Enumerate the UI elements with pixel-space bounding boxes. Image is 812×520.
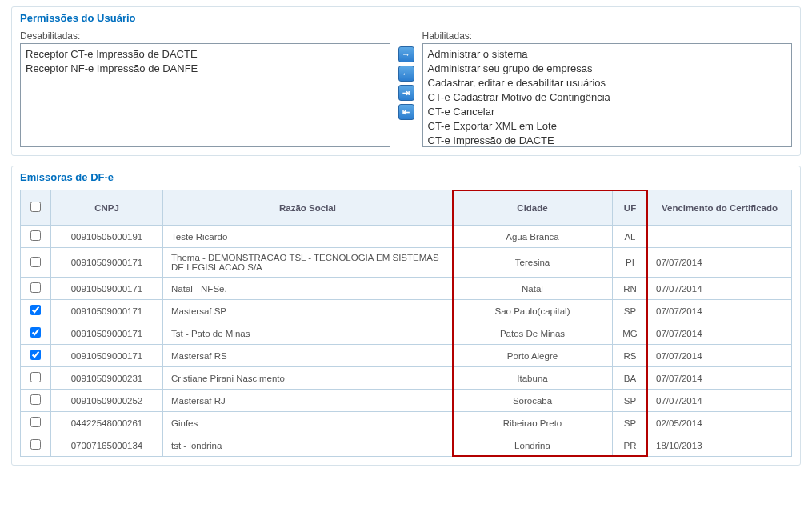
cell-razao: Mastersaf RS [163,345,453,367]
select-all-checkbox[interactable] [30,202,41,212]
cell-uf: SP [613,412,648,434]
cell-venc: 07/07/2014 [648,322,792,345]
permissions-title: Permissões do Usuário [20,12,792,24]
cell-cnpj: 00910509000171 [51,248,163,278]
disabled-list-item[interactable]: Receptor CT-e Impressão de DACTE [26,47,385,62]
header-cnpj: CNPJ [51,190,163,226]
enabled-list-item[interactable]: Administrar o sistema [428,47,787,62]
enabled-list-item[interactable]: Cadastrar, editar e desabilitar usuários [428,76,787,90]
cell-uf: PR [613,434,648,457]
cell-uf: BA [613,367,648,390]
row-checkbox[interactable] [30,417,41,427]
move-right-button[interactable]: → [398,46,414,62]
cell-cidade: Sao Paulo(capital) [453,300,613,322]
cell-check [21,300,51,322]
arrow-column: → ← ⇥ ⇤ [398,46,414,120]
cell-venc: 07/07/2014 [648,345,792,367]
header-venc: Vencimento do Certificado [648,190,792,226]
cell-check [21,248,51,278]
enabled-listbox[interactable]: Administrar o sistemaAdministrar seu gru… [422,43,793,147]
table-row: 04422548000261GinfesRibeirao PretoSP02/0… [21,412,792,434]
enabled-list-item[interactable]: CT-e Exportar XML em Lote [428,119,787,134]
row-checkbox[interactable] [30,439,41,450]
cell-uf: SP [613,390,648,412]
enabled-column: Habilitadas: Administrar o sistemaAdmini… [422,30,793,147]
cell-cidade: Teresina [453,248,613,278]
table-header-row: CNPJ Razão Social Cidade UF Vencimento d… [21,190,792,226]
cell-razao: Natal - NFSe. [163,278,453,300]
cell-razao: Mastersaf SP [163,300,453,322]
cell-cidade: Ribeirao Preto [453,412,613,434]
row-checkbox[interactable] [30,305,41,315]
cell-cidade: Itabuna [453,367,613,390]
cell-cnpj: 07007165000134 [51,434,163,457]
disabled-label: Desabilitadas: [20,30,390,42]
cell-check [21,345,51,367]
emitters-title: Emissoras de DF-e [20,171,792,183]
cell-venc [648,226,792,248]
disabled-listbox[interactable]: Receptor CT-e Impressão de DACTEReceptor… [20,43,390,147]
enabled-list-item[interactable]: CT-e Cancelar [428,105,787,119]
enabled-label: Habilitadas: [422,30,793,42]
cell-venc: 07/07/2014 [648,248,792,278]
table-row: 00910509000171Natal - NFSe.NatalRN07/07/… [21,278,792,300]
cell-check [21,278,51,300]
cell-check [21,322,51,345]
cell-cidade: Natal [453,278,613,300]
cell-razao: Thema - DEMONSTRACAO TSL - TECNOLOGIA EM… [163,248,453,278]
cell-uf: RS [613,345,648,367]
move-left-button[interactable]: ← [398,66,414,82]
table-row: 00910509000252Mastersaf RJSorocabaSP07/0… [21,390,792,412]
row-checkbox[interactable] [30,372,41,382]
disabled-column: Desabilitadas: Receptor CT-e Impressão d… [20,30,390,147]
cell-uf: PI [613,248,648,278]
cell-check [21,390,51,412]
move-right-all-button[interactable]: ⇥ [398,85,414,101]
cell-cnpj: 00910505000191 [51,226,163,248]
header-cidade: Cidade [453,190,613,226]
header-check [21,190,51,226]
cell-check [21,226,51,248]
cell-cnpj: 00910509000171 [51,322,163,345]
row-checkbox[interactable] [30,257,41,267]
emitters-table: CNPJ Razão Social Cidade UF Vencimento d… [20,190,792,457]
cell-uf: AL [613,226,648,248]
cell-cnpj: 00910509000171 [51,278,163,300]
row-checkbox[interactable] [30,394,41,405]
row-checkbox[interactable] [30,327,41,338]
cell-uf: SP [613,300,648,322]
cell-cnpj: 00910509000171 [51,345,163,367]
cell-venc: 07/07/2014 [648,390,792,412]
enabled-list-item[interactable]: CT-e Impressão de DACTE [428,134,787,147]
cell-venc: 07/07/2014 [648,278,792,300]
cell-venc: 02/05/2014 [648,412,792,434]
cell-uf: RN [613,278,648,300]
cell-check [21,412,51,434]
table-row: 00910509000231Cristiane Pirani Nasciment… [21,367,792,390]
cell-cnpj: 00910509000171 [51,300,163,322]
row-checkbox[interactable] [30,350,41,360]
enabled-list-item[interactable]: Administrar seu grupo de empresas [428,62,787,76]
header-razao: Razão Social [163,190,453,226]
cell-cnpj: 00910509000231 [51,367,163,390]
cell-venc: 07/07/2014 [648,367,792,390]
cell-cnpj: 04422548000261 [51,412,163,434]
table-row: 00910509000171Tst - Pato de MinasPatos D… [21,322,792,345]
emitters-table-wrap: CNPJ Razão Social Cidade UF Vencimento d… [20,190,792,457]
cell-razao: Cristiane Pirani Nascimento [163,367,453,390]
cell-razao: tst - londrina [163,434,453,457]
cell-cidade: Londrina [453,434,613,457]
disabled-list-item[interactable]: Receptor NF-e Impressão de DANFE [26,62,385,76]
table-row: 07007165000134tst - londrinaLondrinaPR18… [21,434,792,457]
row-checkbox[interactable] [30,230,41,241]
move-left-all-button[interactable]: ⇤ [398,104,414,120]
row-checkbox[interactable] [30,282,41,293]
cell-razao: Mastersaf RJ [163,390,453,412]
cell-cidade: Patos De Minas [453,322,613,345]
cell-venc: 07/07/2014 [648,300,792,322]
enabled-list-item[interactable]: CT-e Cadastrar Motivo de Contingência [428,90,787,105]
cell-venc: 18/10/2013 [648,434,792,457]
table-row: 00910509000171Mastersaf RSPorto AlegreRS… [21,345,792,367]
cell-check [21,434,51,457]
cell-cnpj: 00910509000252 [51,390,163,412]
